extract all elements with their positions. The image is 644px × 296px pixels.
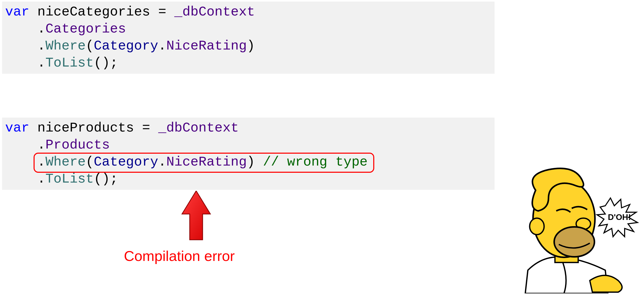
identifier: niceProducts = xyxy=(37,120,158,136)
homer-doh-illustration: D'OH! xyxy=(497,159,641,293)
member-nicerating: NiceRating xyxy=(166,38,247,54)
type-category: Category xyxy=(94,38,158,54)
member-categories: Categories xyxy=(45,21,126,37)
identifier-dbcontext: _dbContext xyxy=(174,4,255,20)
identifier: niceCategories = xyxy=(37,4,174,20)
keyword-var: var xyxy=(5,4,29,20)
identifier-dbcontext: _dbContext xyxy=(158,120,239,136)
svg-point-3 xyxy=(530,218,544,235)
annotation-compilation-error: Compilation error xyxy=(124,248,235,264)
svg-point-5 xyxy=(554,227,594,257)
method-tolist: ToList xyxy=(45,55,94,71)
svg-marker-0 xyxy=(182,191,210,240)
error-highlight-box xyxy=(34,153,374,173)
speech-bubble-text: D'OH! xyxy=(608,212,631,222)
member-products: Products xyxy=(45,137,110,153)
method-tolist: ToList xyxy=(45,171,94,187)
method-where: Where xyxy=(45,38,86,54)
keyword-var: var xyxy=(5,120,29,136)
code-block-categories: var niceCategories = _dbContext .Categor… xyxy=(2,2,495,74)
arrow-icon xyxy=(181,191,212,242)
